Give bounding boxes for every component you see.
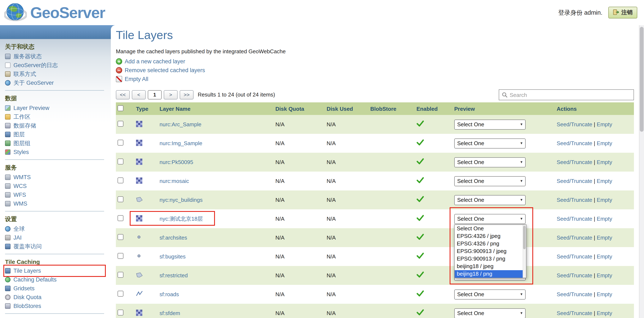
empty-link[interactable]: Empty <box>597 121 612 128</box>
layer-name-link[interactable]: nurc:mosaic <box>160 178 189 184</box>
page-button[interactable]: << <box>116 90 130 99</box>
empty-link[interactable]: Empty <box>597 310 612 316</box>
sidebar-item-global[interactable]: 全球 <box>5 224 104 233</box>
row-checkbox[interactable] <box>118 310 124 316</box>
enabled-check-icon <box>416 272 424 278</box>
layer-name-link[interactable]: sf:roads <box>160 291 179 298</box>
row-checkbox[interactable] <box>118 215 124 221</box>
sidebar-item-wfs[interactable]: WFS <box>5 190 104 199</box>
page-scrollbar[interactable] <box>639 25 644 318</box>
dropdown-scrollbar-thumb[interactable] <box>523 226 526 249</box>
chevron-down-icon: ▼ <box>520 198 523 202</box>
seed-truncate-link[interactable]: Seed/Truncate <box>557 178 592 184</box>
preview-select[interactable]: Select One▼ <box>454 176 526 186</box>
sidebar-item-layer-preview[interactable]: Layer Preview <box>5 104 104 112</box>
empty-link[interactable]: Empty <box>597 253 612 260</box>
row-checkbox[interactable] <box>118 196 124 202</box>
sidebar-item-server-status[interactable]: 服务器状态 <box>5 52 104 61</box>
action-link-remove-cached-layers[interactable]: −Remove selected cached layers <box>116 66 205 75</box>
sidebar-item-tile-layers[interactable]: Tile Layers <box>5 266 104 275</box>
logout-button[interactable]: 注销 <box>608 7 637 18</box>
seed-truncate-link[interactable]: Seed/Truncate <box>557 197 592 203</box>
row-checkbox[interactable] <box>118 234 124 240</box>
layer-name-link[interactable]: nurc:Pk50095 <box>160 159 193 165</box>
seed-truncate-link[interactable]: Seed/Truncate <box>557 310 592 316</box>
sidebar-item-jai[interactable]: JAI <box>5 233 104 242</box>
row-checkbox[interactable] <box>118 177 124 183</box>
seed-truncate-link[interactable]: Seed/Truncate <box>557 272 592 279</box>
sidebar-item-styles[interactable]: Styles <box>5 148 104 156</box>
row-checkbox[interactable] <box>118 272 124 278</box>
seed-truncate-link[interactable]: Seed/Truncate <box>557 291 592 298</box>
page-button[interactable]: < <box>132 90 146 99</box>
dropdown-option[interactable]: EPSG:4326 / png <box>455 240 526 248</box>
sidebar-item-gridsets[interactable]: Gridsets <box>5 284 104 293</box>
layer-name-link[interactable]: sf:archsites <box>160 235 187 241</box>
empty-link[interactable]: Empty <box>597 291 612 298</box>
empty-link[interactable]: Empty <box>597 159 612 165</box>
sidebar-item-caching-defaults[interactable]: Caching Defaults <box>5 275 104 284</box>
sidebar-item-disk-quota[interactable]: Disk Quota <box>5 293 104 302</box>
sidebar-item-layers[interactable]: 图层 <box>5 130 104 139</box>
dropdown-option[interactable]: Select One <box>455 225 526 232</box>
page-button[interactable]: > <box>164 90 178 99</box>
sidebar-item-wms[interactable]: WMS <box>5 199 104 208</box>
preview-select[interactable]: Select One▼ <box>454 214 526 224</box>
empty-link[interactable]: Empty <box>597 140 612 146</box>
layer-name-link[interactable]: sf:restricted <box>160 272 188 279</box>
layer-name-link[interactable]: nyc:测试北京18层 <box>160 215 203 222</box>
layer-name-link[interactable]: nurc:Arc_Sample <box>160 121 201 128</box>
sidebar-item-layer-groups[interactable]: 图层组 <box>5 139 104 148</box>
empty-link[interactable]: Empty <box>597 235 612 241</box>
seed-truncate-link[interactable]: Seed/Truncate <box>557 253 592 260</box>
page-button[interactable]: >> <box>180 90 194 99</box>
page-button[interactable]: 1 <box>148 90 162 99</box>
layer-name-link[interactable]: nyc:nyc_buildings <box>160 197 202 203</box>
sidebar-item-wmts[interactable]: WMTS <box>5 173 104 182</box>
preview-select-value: Select One <box>457 140 484 146</box>
row-checkbox[interactable] <box>118 291 124 297</box>
search-input[interactable] <box>508 92 634 98</box>
dropdown-option[interactable]: beijing18 / jpeg <box>455 263 526 270</box>
sidebar-item-geoserver-logs[interactable]: GeoServer的日志 <box>5 61 104 70</box>
row-checkbox[interactable] <box>118 159 124 164</box>
layer-name-link[interactable]: sf:bugsites <box>160 253 186 260</box>
dropdown-option[interactable]: EPSG:900913 / jpeg <box>455 248 526 255</box>
empty-link[interactable]: Empty <box>597 216 612 222</box>
empty-link[interactable]: Empty <box>597 272 612 279</box>
preview-select[interactable]: Select One▼ <box>454 195 526 205</box>
preview-select[interactable]: Select One▼ <box>454 157 526 167</box>
sidebar-item-contact[interactable]: 联系方式 <box>5 70 104 78</box>
row-checkbox[interactable] <box>118 140 124 146</box>
row-checkbox[interactable] <box>118 253 124 259</box>
select-all-checkbox[interactable] <box>118 105 124 111</box>
empty-link[interactable]: Empty <box>597 178 612 184</box>
sidebar-item-coverage-access[interactable]: 覆盖率访问 <box>5 242 104 251</box>
seed-truncate-link[interactable]: Seed/Truncate <box>557 140 592 146</box>
page-scrollbar-thumb[interactable] <box>640 27 644 132</box>
seed-truncate-link[interactable]: Seed/Truncate <box>557 121 592 128</box>
preview-select[interactable]: Select One▼ <box>454 289 526 299</box>
layer-name-link[interactable]: sf:sfdem <box>160 310 180 316</box>
preview-select[interactable]: Select One▼ <box>454 138 526 148</box>
row-checkbox[interactable] <box>118 121 124 127</box>
sidebar-item-wcs[interactable]: WCS <box>5 182 104 190</box>
sidebar-item-stores[interactable]: 数据存储 <box>5 121 104 130</box>
seed-truncate-link[interactable]: Seed/Truncate <box>557 235 592 241</box>
layer-name-link[interactable]: nurc:Img_Sample <box>160 140 202 146</box>
seed-truncate-link[interactable]: Seed/Truncate <box>557 216 592 222</box>
dropdown-option[interactable]: EPSG:900913 / png <box>455 255 526 263</box>
action-link-add-cached-layer[interactable]: +Add a new cached layer <box>116 57 205 66</box>
dropdown-scrollbar[interactable] <box>523 225 526 278</box>
layer-name-cell: nyc:测试北京18层 <box>156 209 272 228</box>
dropdown-option[interactable]: beijing18 / png <box>455 270 526 278</box>
sidebar-item-blobstores[interactable]: BlobStores <box>5 302 104 311</box>
seed-truncate-link[interactable]: Seed/Truncate <box>557 159 592 165</box>
dropdown-option[interactable]: EPSG:4326 / jpeg <box>455 232 526 240</box>
preview-select[interactable]: Select One▼ <box>454 119 526 129</box>
preview-select[interactable]: Select One▼ <box>454 308 526 318</box>
sidebar-item-about-geoserver[interactable]: 关于 GeoServer <box>5 78 104 87</box>
sidebar-item-workspaces[interactable]: 工作区 <box>5 112 104 121</box>
action-link-empty-all[interactable]: Empty All <box>116 75 205 83</box>
empty-link[interactable]: Empty <box>597 197 612 203</box>
